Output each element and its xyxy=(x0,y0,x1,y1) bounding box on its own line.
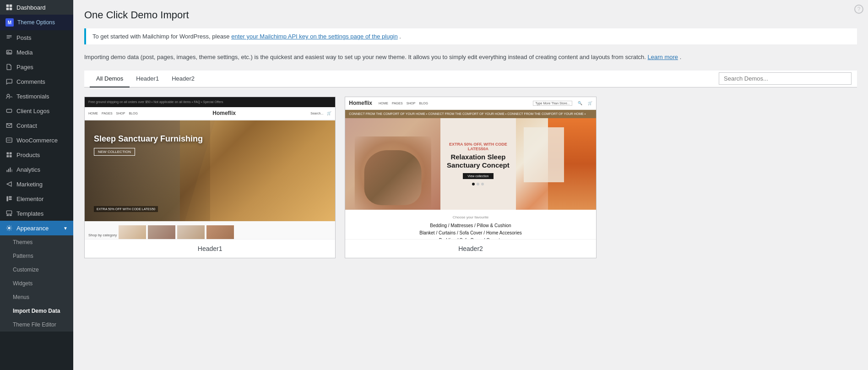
demo-card-header1[interactable]: Free ground shipping on all orders over … xyxy=(84,97,336,258)
demo-label-header1: Header1 xyxy=(85,239,335,258)
demo-label-header2: Header2 xyxy=(345,239,596,258)
search-input[interactable] xyxy=(719,72,852,85)
svg-rect-2 xyxy=(6,8,9,11)
notice-suffix: . xyxy=(399,33,401,40)
sidebar-item-label: Posts xyxy=(16,34,32,41)
page-title: One Click Demo Import xyxy=(84,9,857,21)
svg-rect-4 xyxy=(6,35,11,36)
sidebar-item-label: Widgets xyxy=(13,280,33,287)
products-icon xyxy=(5,151,13,158)
sidebar-item-widgets[interactable]: Widgets xyxy=(0,277,73,290)
svg-rect-13 xyxy=(6,152,9,154)
th1-categories: Shop by category xyxy=(85,221,335,239)
sidebar-item-label: Analytics xyxy=(16,166,40,173)
notice-bar: To get started with Mailchimp for WordPr… xyxy=(84,28,857,44)
sidebar-item-label: Dashboard xyxy=(16,4,46,11)
content-area: One Click Demo Import To get started wit… xyxy=(73,0,868,370)
svg-rect-26 xyxy=(10,215,12,216)
th2-product-line-3: Bedding / Sofa Cover / Carpets xyxy=(353,237,588,239)
sidebar-item-woocommerce[interactable]: WC WooCommerce xyxy=(0,133,73,147)
th1-cat-item-4 xyxy=(206,225,234,239)
svg-rect-20 xyxy=(11,169,12,172)
sidebar-item-themes[interactable]: Themes xyxy=(0,235,73,249)
pages-icon xyxy=(5,63,13,71)
sidebar-item-label: Elementor xyxy=(16,196,43,202)
tab-header2[interactable]: Header2 xyxy=(165,71,201,87)
svg-point-9 xyxy=(7,94,10,97)
sidebar-item-theme-file-editor[interactable]: Theme File Editor xyxy=(0,318,73,332)
elementor-icon xyxy=(5,195,13,202)
help-icon[interactable]: ? xyxy=(854,4,863,14)
th1-nav: HOME PAGES SHOP BLOG Homeflix Search... … xyxy=(85,107,335,120)
sidebar-item-dashboard[interactable]: Dashboard xyxy=(0,0,73,15)
sidebar-item-marketing[interactable]: Marketing xyxy=(0,177,73,191)
sidebar-item-analytics[interactable]: Analytics xyxy=(0,162,73,177)
th2-marquee: CONNECT FROM THE COMFORT OF YOUR HOME • … xyxy=(345,110,596,118)
sidebar-item-label: Products xyxy=(16,152,40,158)
th1-cat-item-1 xyxy=(119,225,146,239)
th2-hero-btn[interactable]: View collection xyxy=(463,173,493,179)
sidebar-item-label: Appearance xyxy=(16,225,49,232)
sidebar-item-menus[interactable]: Menus xyxy=(0,290,73,304)
tab-all-demos[interactable]: All Demos xyxy=(90,71,130,87)
sidebar-item-label: Menus xyxy=(13,294,29,300)
sidebar-item-client-logos[interactable]: Client Logos xyxy=(0,103,73,118)
th1-brand: Homeflix xyxy=(141,110,307,116)
svg-rect-25 xyxy=(6,215,9,216)
th1-cat-item-3 xyxy=(177,225,205,239)
sidebar-item-customize[interactable]: Customize xyxy=(0,263,73,277)
svg-rect-14 xyxy=(10,152,12,154)
svg-rect-1 xyxy=(10,5,12,7)
sidebar-item-label: Testimonials xyxy=(16,93,49,100)
th2-hero-center: EXTRA 50% OFF, WITH CODE LATES50A Relaxa… xyxy=(440,118,515,210)
notice-link[interactable]: enter your Mailchimp API key on the sett… xyxy=(231,33,398,40)
sidebar-item-appearance[interactable]: Appearance ▼ xyxy=(0,221,73,235)
svg-rect-10 xyxy=(6,109,11,113)
demo-thumbnail-header2: Homeflix HOME PAGES SHOP BLOG Type More … xyxy=(345,97,596,239)
sidebar-item-patterns[interactable]: Patterns xyxy=(0,249,73,263)
th2-product-line-1: Bedding / Mattresses / Pillow & Cushion xyxy=(353,222,588,229)
sidebar-item-import-demo-data[interactable]: Import Demo Data xyxy=(0,304,73,318)
demo-card-header2[interactable]: Homeflix HOME PAGES SHOP BLOG Type More … xyxy=(345,97,596,258)
svg-rect-22 xyxy=(9,196,11,198)
description-main: Importing demo data (post, pages, images… xyxy=(84,54,648,60)
sidebar-item-elementor[interactable]: Elementor xyxy=(0,191,73,206)
appearance-icon xyxy=(5,224,13,232)
contact-icon xyxy=(5,122,13,129)
media-icon xyxy=(5,49,13,56)
sidebar-item-theme-options[interactable]: M Theme Options xyxy=(0,15,73,30)
main-content: One Click Demo Import To get started wit… xyxy=(73,0,868,370)
sidebar-item-testimonials[interactable]: Testimonials xyxy=(0,89,73,103)
sidebar-item-label: Templates xyxy=(16,210,43,217)
th2-hero-right xyxy=(516,118,596,210)
th2-hero-title: Relaxation Sleep Sanctuary Concept xyxy=(445,153,511,169)
marketing-icon xyxy=(5,180,13,188)
th1-cat-item-2 xyxy=(148,225,175,239)
analytics-icon xyxy=(5,166,13,173)
tabs-bar: All Demos Header1 Header2 xyxy=(84,71,857,87)
templates-icon xyxy=(5,210,13,217)
th1-hero: Sleep Sanctuary Furnishing NEW COLLECTIO… xyxy=(85,120,335,221)
sidebar-item-label: Comments xyxy=(16,78,45,85)
sidebar-item-contact[interactable]: Contact xyxy=(0,118,73,133)
sidebar-item-posts[interactable]: Posts xyxy=(0,30,73,45)
learn-more-link[interactable]: Learn more xyxy=(648,54,678,60)
th1-hero-btn[interactable]: NEW COLLECTION xyxy=(94,148,135,156)
svg-rect-15 xyxy=(6,155,9,158)
tab-header1[interactable]: Header1 xyxy=(130,71,165,87)
sidebar-item-label: WooCommerce xyxy=(16,137,58,144)
sidebar-item-products[interactable]: Products xyxy=(0,147,73,162)
sidebar-item-media[interactable]: Media xyxy=(0,45,73,60)
th2-product-list: Choose your favourite Bedding / Mattress… xyxy=(345,210,596,239)
th2-hero-left xyxy=(345,118,440,210)
client-logos-icon xyxy=(5,107,13,114)
woocommerce-icon: WC xyxy=(5,136,13,144)
sidebar-item-pages[interactable]: Pages xyxy=(0,60,73,74)
dashboard-icon xyxy=(5,4,13,11)
sidebar-item-comments[interactable]: Comments xyxy=(0,74,73,89)
sidebar-item-label: Media xyxy=(16,49,33,56)
demos-grid: Free ground shipping on all orders over … xyxy=(84,87,857,267)
th2-brand: Homeflix xyxy=(349,100,372,106)
svg-rect-23 xyxy=(9,198,11,200)
sidebar-item-templates[interactable]: Templates xyxy=(0,206,73,221)
